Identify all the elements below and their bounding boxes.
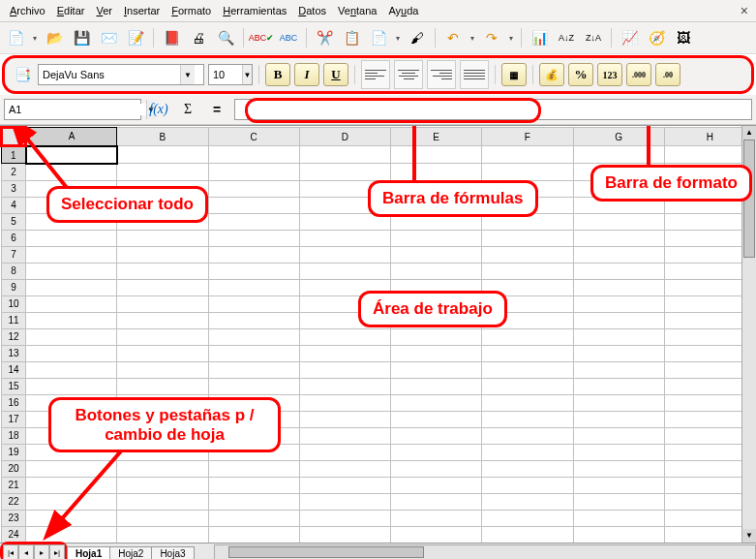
italic-button[interactable]: I xyxy=(294,63,319,86)
insert-chart-icon[interactable]: 📈 xyxy=(618,26,641,49)
cell[interactable] xyxy=(482,460,573,477)
percent-button[interactable]: % xyxy=(568,63,593,86)
cell[interactable] xyxy=(391,328,482,345)
cell[interactable] xyxy=(482,246,573,263)
sheet-tab[interactable]: Hoja1 xyxy=(67,546,110,559)
cell[interactable] xyxy=(299,427,390,444)
cell[interactable] xyxy=(117,295,208,312)
cell[interactable] xyxy=(26,361,117,378)
format-paint-icon[interactable]: 🖌 xyxy=(406,26,429,49)
cell[interactable] xyxy=(482,394,573,411)
bold-button[interactable]: B xyxy=(265,63,290,86)
cell[interactable] xyxy=(208,213,299,230)
cell[interactable] xyxy=(573,460,664,477)
cell[interactable] xyxy=(573,295,664,312)
align-justify-button[interactable] xyxy=(460,60,489,89)
cell[interactable] xyxy=(208,146,299,164)
cell[interactable] xyxy=(573,477,664,493)
cell[interactable] xyxy=(299,146,390,164)
save-icon[interactable]: 💾 xyxy=(70,26,93,49)
row-header[interactable]: 4 xyxy=(2,197,26,213)
close-icon[interactable]: × xyxy=(737,3,752,18)
cell[interactable] xyxy=(208,312,299,328)
cell[interactable] xyxy=(208,361,299,378)
cell[interactable] xyxy=(573,213,664,230)
row-header[interactable]: 18 xyxy=(2,427,26,444)
cell[interactable] xyxy=(391,526,482,543)
cell[interactable] xyxy=(26,263,117,279)
sort-desc-icon[interactable]: Z↓A xyxy=(582,26,605,49)
cell[interactable] xyxy=(573,444,664,460)
scroll-thumb[interactable] xyxy=(228,546,424,558)
navigator-icon[interactable]: 🧭 xyxy=(645,26,668,49)
cell[interactable] xyxy=(391,460,482,477)
cell[interactable] xyxy=(117,246,208,263)
cell[interactable] xyxy=(208,328,299,345)
menu-ventana[interactable]: Ventana xyxy=(332,3,382,18)
sheet-tab[interactable]: Hoja2 xyxy=(109,546,152,559)
cell[interactable] xyxy=(299,444,390,460)
copy-icon[interactable]: 📋 xyxy=(340,26,363,49)
cell[interactable] xyxy=(117,510,208,526)
cell[interactable] xyxy=(117,460,208,477)
open-icon[interactable]: 📂 xyxy=(43,26,66,49)
cell[interactable] xyxy=(117,312,208,328)
cell[interactable] xyxy=(391,493,482,510)
prev-sheet-button[interactable]: ◂ xyxy=(18,544,34,559)
cell[interactable] xyxy=(26,146,117,164)
cell[interactable] xyxy=(299,526,390,543)
row-header[interactable]: 8 xyxy=(2,263,26,279)
cell[interactable] xyxy=(299,510,390,526)
cell[interactable] xyxy=(391,444,482,460)
col-header[interactable]: C xyxy=(208,128,299,146)
first-sheet-button[interactable]: |◂ xyxy=(3,544,18,559)
menu-datos[interactable]: Datos xyxy=(292,3,332,18)
paste-dropdown[interactable]: ▾ xyxy=(394,34,402,43)
sheet-tab[interactable]: Hoja3 xyxy=(151,546,194,559)
redo-icon[interactable]: ↷ xyxy=(480,26,503,49)
cut-icon[interactable]: ✂️ xyxy=(313,26,336,49)
align-left-button[interactable] xyxy=(361,60,390,89)
cell[interactable] xyxy=(26,510,117,526)
cell[interactable] xyxy=(299,230,390,246)
cell[interactable] xyxy=(573,361,664,378)
cell[interactable] xyxy=(573,246,664,263)
cell[interactable] xyxy=(26,295,117,312)
font-name-input[interactable] xyxy=(39,69,180,80)
scroll-up-icon[interactable]: ▲ xyxy=(742,126,756,140)
cell[interactable] xyxy=(573,394,664,411)
align-center-button[interactable] xyxy=(394,60,423,89)
cell[interactable] xyxy=(299,378,390,394)
cell[interactable] xyxy=(573,427,664,444)
menu-ver[interactable]: Ver xyxy=(90,3,118,18)
cell[interactable] xyxy=(391,263,482,279)
equals-icon[interactable]: = xyxy=(205,98,228,121)
cell[interactable] xyxy=(482,146,573,164)
cell[interactable] xyxy=(482,230,573,246)
cell[interactable] xyxy=(117,477,208,493)
autospell-icon[interactable]: ABC xyxy=(277,26,300,49)
cell[interactable] xyxy=(573,279,664,295)
row-header[interactable]: 2 xyxy=(2,164,26,181)
cell[interactable] xyxy=(573,230,664,246)
cell[interactable] xyxy=(117,493,208,510)
cell[interactable] xyxy=(482,493,573,510)
cell[interactable] xyxy=(117,164,208,181)
cell[interactable] xyxy=(26,230,117,246)
styles-icon[interactable]: 📑 xyxy=(11,63,34,86)
col-header[interactable]: F xyxy=(482,128,573,146)
row-header[interactable]: 10 xyxy=(2,295,26,312)
cell[interactable] xyxy=(299,263,390,279)
new-doc-dropdown[interactable]: ▾ xyxy=(31,34,39,43)
cell[interactable] xyxy=(391,230,482,246)
cell[interactable] xyxy=(573,411,664,427)
cell[interactable] xyxy=(208,378,299,394)
new-doc-icon[interactable]: 📄 xyxy=(4,26,27,49)
cell[interactable] xyxy=(482,477,573,493)
formula-input[interactable] xyxy=(234,99,752,120)
cell[interactable] xyxy=(482,361,573,378)
row-header[interactable]: 1 xyxy=(2,146,26,164)
cell[interactable] xyxy=(26,312,117,328)
cell[interactable] xyxy=(117,378,208,394)
row-header[interactable]: 11 xyxy=(2,312,26,328)
